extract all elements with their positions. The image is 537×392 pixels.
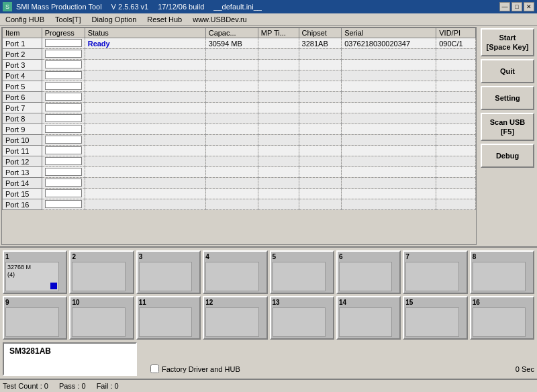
cell-status: [85, 156, 205, 167]
cell-chipset: 3281AB: [299, 38, 342, 49]
cell-status: [85, 167, 205, 178]
cell-item: Port 4: [3, 70, 42, 81]
cell-progress: [42, 156, 85, 167]
table-row: Port 16: [3, 199, 476, 210]
menu-tools[interactable]: Tools[T]: [51, 15, 85, 24]
title-bar: S SMI Mass Production Tool V 2.5.63 v1 1…: [0, 0, 537, 13]
cell-vidpid: [436, 167, 476, 178]
main-content: Item Progress Status Capac... MP Ti... C…: [0, 26, 537, 246]
table-row: Port 13: [3, 167, 476, 178]
cell-item: Port 9: [3, 124, 42, 135]
port-cell: 9: [3, 296, 67, 340]
pass-section: Pass : 0: [59, 382, 86, 390]
cell-progress: [42, 146, 85, 156]
start-button[interactable]: Start[Space Key]: [481, 28, 534, 56]
debug-button[interactable]: Debug: [481, 144, 534, 168]
cell-capacity: [205, 167, 258, 178]
cell-status: [85, 49, 205, 60]
app-icon: S: [3, 2, 12, 11]
port-number: 1: [5, 253, 9, 260]
cell-chipset: [299, 199, 342, 210]
cell-mptime: [258, 124, 299, 135]
chip-model-box: SM3281AB: [3, 342, 137, 376]
cell-mptime: [258, 81, 299, 92]
table-row: Port 4: [3, 70, 476, 81]
port-empty: [339, 307, 393, 337]
cell-vidpid: [436, 49, 476, 60]
cell-item: Port 10: [3, 135, 42, 146]
status-bar: Test Count : 0 Pass : 0 Fail : 0: [0, 379, 537, 392]
port-number: 15: [405, 299, 413, 306]
cell-mptime: [258, 189, 299, 199]
port-number: 9: [5, 299, 9, 306]
cell-progress: [42, 92, 85, 103]
cell-vidpid: [436, 113, 476, 124]
cell-chipset: [299, 49, 342, 60]
port-number: 5: [273, 253, 277, 260]
port-number: 11: [139, 299, 146, 306]
setting-button[interactable]: Setting: [481, 86, 534, 110]
cell-serial: [342, 70, 436, 81]
cell-item: Port 5: [3, 81, 42, 92]
port-cell: 13: [270, 296, 334, 340]
cell-progress: [42, 135, 85, 146]
cell-item: Port 15: [3, 189, 42, 199]
cell-capacity: [205, 189, 258, 199]
cell-capacity: [205, 49, 258, 60]
cell-mptime: [258, 70, 299, 81]
cell-serial: [342, 124, 436, 135]
port-cell: 2: [69, 250, 134, 294]
minimize-button[interactable]: —: [499, 2, 510, 11]
cell-capacity: [205, 70, 258, 81]
port-number: 7: [405, 253, 409, 260]
cell-item: Port 16: [3, 199, 42, 210]
test-count-label: Test Count : 0: [3, 382, 48, 390]
cell-chipset: [299, 124, 342, 135]
cell-vidpid: [436, 92, 476, 103]
cell-status: Ready: [85, 38, 205, 49]
cell-capacity: [205, 92, 258, 103]
close-button[interactable]: ✕: [524, 2, 534, 11]
menu-dialog-option[interactable]: Dialog Option: [88, 15, 141, 24]
cell-serial: [342, 113, 436, 124]
port-number: 6: [339, 253, 343, 260]
col-progress: Progress: [42, 28, 85, 38]
cell-serial: [342, 81, 436, 92]
app-build: 17/12/06 build: [158, 3, 204, 11]
port-empty: [273, 262, 326, 291]
menu-usbdev[interactable]: www.USBDev.ru: [189, 15, 250, 24]
factory-driver-checkbox[interactable]: [150, 364, 159, 373]
port-empty: [72, 307, 126, 337]
cell-progress: [42, 49, 85, 60]
cell-item: Port 14: [3, 178, 42, 189]
cell-vidpid: 090C/1: [436, 38, 476, 49]
cell-mptime: [258, 146, 299, 156]
port-number: 10: [72, 299, 79, 306]
cell-item: Port 7: [3, 103, 42, 113]
cell-capacity: [205, 178, 258, 189]
menu-reset-hub[interactable]: Reset Hub: [143, 15, 186, 24]
table-row: Port 1 Ready 30594 MB 3281AB 03762180300…: [3, 38, 476, 49]
port-empty: [139, 307, 193, 337]
quit-button[interactable]: Quit: [481, 59, 534, 83]
right-panel: Start[Space Key] Quit Setting Scan USB[F…: [478, 26, 537, 246]
cell-mptime: [258, 60, 299, 70]
table-row: Port 10: [3, 135, 476, 146]
port-number: 3: [139, 253, 143, 260]
fail-section: Fail : 0: [97, 382, 119, 390]
table-container[interactable]: Item Progress Status Capac... MP Ti... C…: [1, 27, 477, 245]
menu-config-hub[interactable]: Config HUB: [1, 15, 48, 24]
table-row: Port 14: [3, 178, 476, 189]
cell-chipset: [299, 113, 342, 124]
scan-usb-button[interactable]: Scan USB[F5]: [481, 113, 534, 141]
table-body: Port 1 Ready 30594 MB 3281AB 03762180300…: [3, 38, 476, 210]
cell-status: [85, 124, 205, 135]
maximize-button[interactable]: □: [511, 2, 522, 11]
cell-progress: [42, 167, 85, 178]
cell-chipset: [299, 156, 342, 167]
model-display: SM3281AB: [3, 342, 137, 376]
cell-vidpid: [436, 70, 476, 81]
cell-status: [85, 178, 205, 189]
timer-display: 0 Sec: [516, 365, 534, 373]
app-config: __default.ini__: [213, 3, 262, 11]
